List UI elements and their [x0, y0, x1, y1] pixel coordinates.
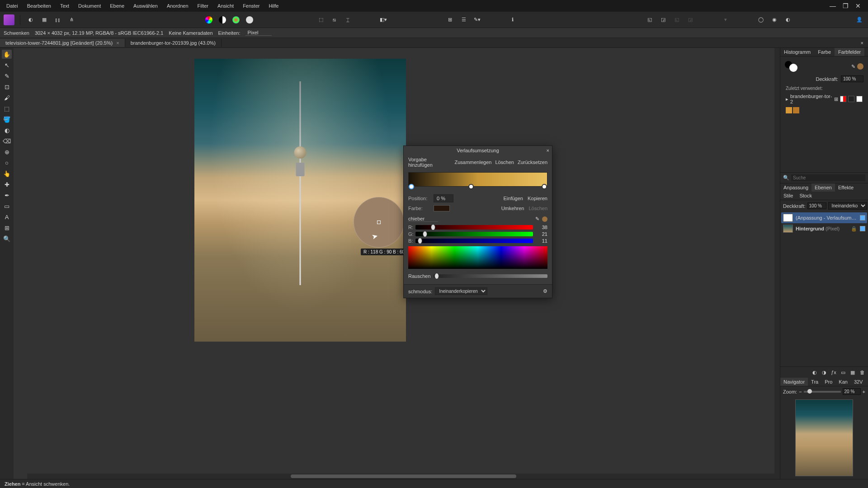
invert-button[interactable]: Umkehren: [501, 206, 524, 211]
maximize-icon[interactable]: ❐: [841, 2, 850, 9]
tab-pro[interactable]: Pro: [821, 378, 835, 386]
menu-bearbeiten[interactable]: Bearbeiten: [23, 1, 56, 10]
layer-visible-checkbox[interactable]: [860, 215, 865, 221]
zoom-out-icon[interactable]: −: [799, 389, 802, 394]
layer-gradient-map[interactable]: (Anpassung - Verlaufsumsetz...: [781, 212, 867, 223]
fg-color-swatch[interactable]: [789, 64, 797, 72]
stack-icon[interactable]: ☰: [459, 15, 469, 25]
tab-television-tower[interactable]: television-tower-7244801.jpg [Geändert] …: [0, 39, 125, 47]
persona-develop-icon[interactable]: ⫿⫿: [53, 15, 63, 25]
move-tool-icon[interactable]: ↖: [2, 61, 12, 70]
contrast-icon[interactable]: [217, 15, 227, 25]
clone-tool-icon[interactable]: ⊕: [2, 147, 12, 156]
delete-stop-button[interactable]: Löschen: [528, 206, 547, 211]
gradient-stop-2[interactable]: [468, 184, 474, 189]
color-swatch[interactable]: [434, 205, 450, 211]
persona-photo-icon[interactable]: ◐: [26, 15, 36, 25]
g-value[interactable]: 21: [536, 231, 547, 237]
color-type-select[interactable]: chieber: [408, 216, 438, 222]
selection-subtract-icon[interactable]: ⧅: [330, 15, 340, 25]
preset-dropdown-icon[interactable]: ▸: [786, 96, 788, 102]
color-wheel-icon[interactable]: [231, 15, 241, 25]
preset-swatch-3[interactable]: [856, 96, 863, 102]
layer-blend-select[interactable]: Ineinanderko: [828, 202, 867, 210]
tab-ebenen[interactable]: Ebenen: [811, 183, 835, 192]
preset-name[interactable]: brandenburger-tor-2: [790, 94, 832, 104]
tab-close-icon[interactable]: ×: [116, 40, 119, 46]
tab-stock[interactable]: Stock: [796, 192, 815, 200]
tab-anpassung[interactable]: Anpassung: [780, 183, 811, 192]
navigator-preview[interactable]: [795, 399, 853, 476]
smudge-tool-icon[interactable]: 👆: [2, 169, 12, 178]
add-preset-button[interactable]: Vorgabe hinzufügen: [408, 157, 447, 168]
tab-navigator[interactable]: Navigator: [780, 378, 808, 386]
mesh-tool-icon[interactable]: ⊞: [2, 223, 12, 232]
b-slider[interactable]: [415, 239, 533, 243]
swatch-opacity-field[interactable]: [841, 75, 863, 82]
dialog-close-icon[interactable]: ×: [547, 148, 549, 153]
menu-hilfe[interactable]: Hilfe: [264, 1, 283, 10]
hand-tool-icon[interactable]: ✋: [2, 50, 12, 59]
layer-hintergrund[interactable]: Hintergrund (Pixel) 🔒: [781, 223, 867, 234]
layer-visible-checkbox[interactable]: [860, 226, 865, 231]
preset-swatch-1[interactable]: [840, 96, 846, 102]
swatches-icon[interactable]: [204, 15, 214, 25]
insert-button[interactable]: Einfügen: [504, 196, 523, 201]
gear-icon[interactable]: ⚙: [543, 288, 547, 294]
copy-button[interactable]: Kopieren: [528, 196, 547, 201]
layer-lock-icon[interactable]: 🔒: [851, 226, 857, 232]
g-slider[interactable]: [415, 232, 533, 236]
crop-icon[interactable]: ◧▾: [378, 15, 388, 25]
cloud-3-icon[interactable]: ◐: [783, 15, 793, 25]
reset-button[interactable]: Zurücksetzen: [518, 160, 547, 165]
gradient-stop-3[interactable]: [542, 184, 547, 189]
preset-menu-icon[interactable]: ⊞: [834, 96, 838, 102]
text-tool-icon[interactable]: A: [2, 212, 12, 221]
gradient-tool-icon[interactable]: ◐: [2, 126, 12, 135]
menu-fenster[interactable]: Fenster: [238, 1, 264, 10]
layer-opacity-field[interactable]: [807, 202, 826, 209]
account-icon[interactable]: 👤: [854, 15, 864, 25]
arrange-back-icon[interactable]: ◱: [645, 15, 655, 25]
preset-swatch-2[interactable]: [848, 96, 854, 102]
layer-add-icon[interactable]: ▦: [849, 369, 857, 376]
tab-stile[interactable]: Stile: [780, 192, 796, 200]
pen-tool-icon[interactable]: ✒: [2, 191, 12, 200]
r-value[interactable]: 38: [536, 225, 547, 230]
merge-button[interactable]: Zusammenlegen: [454, 160, 491, 165]
tab-kan[interactable]: Kan: [835, 378, 851, 386]
menu-dokument[interactable]: Dokument: [74, 1, 105, 10]
grid-icon[interactable]: ⊞: [445, 15, 455, 25]
menu-ansicht[interactable]: Ansicht: [213, 1, 238, 10]
heal-tool-icon[interactable]: ✚: [2, 180, 12, 189]
tab-effekte[interactable]: Effekte: [835, 183, 857, 192]
tab-pinsel[interactable]: Pinsel: [864, 48, 868, 56]
brush-tool-icon[interactable]: 🖌: [2, 93, 12, 102]
persona-export-icon[interactable]: ⋔: [66, 15, 76, 25]
mini-swatch-2[interactable]: [793, 107, 799, 113]
noise-slider[interactable]: [434, 274, 547, 278]
cloud-2-icon[interactable]: ◉: [769, 15, 779, 25]
color-picker-tool-icon[interactable]: ✎: [2, 71, 12, 80]
selection-icon[interactable]: ⬚: [316, 15, 326, 25]
tab-32v[interactable]: 32V: [851, 378, 866, 386]
layer-mask-icon[interactable]: ◐: [811, 369, 819, 376]
tab-tra[interactable]: Tra: [808, 378, 821, 386]
flood-tool-icon[interactable]: 🪣: [2, 115, 12, 124]
shape-tool-icon[interactable]: ▭: [2, 202, 12, 211]
eyedropper-icon[interactable]: ✎: [535, 216, 539, 222]
soft-proof-icon[interactable]: [245, 15, 255, 25]
crop-tool-icon[interactable]: ⊡: [2, 82, 12, 91]
menu-datei[interactable]: Datei: [2, 1, 23, 10]
blend-mode-select[interactable]: Ineinanderkopieren: [435, 287, 487, 295]
dodge-tool-icon[interactable]: ○: [2, 158, 12, 167]
layer-group-icon[interactable]: ▭: [839, 369, 847, 376]
layer-adjust-icon[interactable]: ◑: [820, 369, 828, 376]
arrange-3-icon[interactable]: ◱: [672, 15, 682, 25]
hue-saturation-picker[interactable]: [408, 246, 547, 269]
arrange-front-icon[interactable]: ◲: [658, 15, 668, 25]
layer-fx-icon[interactable]: ƒx: [830, 369, 838, 376]
dropdown-icon[interactable]: ▾: [721, 15, 731, 25]
arrange-4-icon[interactable]: ◲: [685, 15, 695, 25]
menu-anordnen[interactable]: Anordnen: [162, 1, 193, 10]
